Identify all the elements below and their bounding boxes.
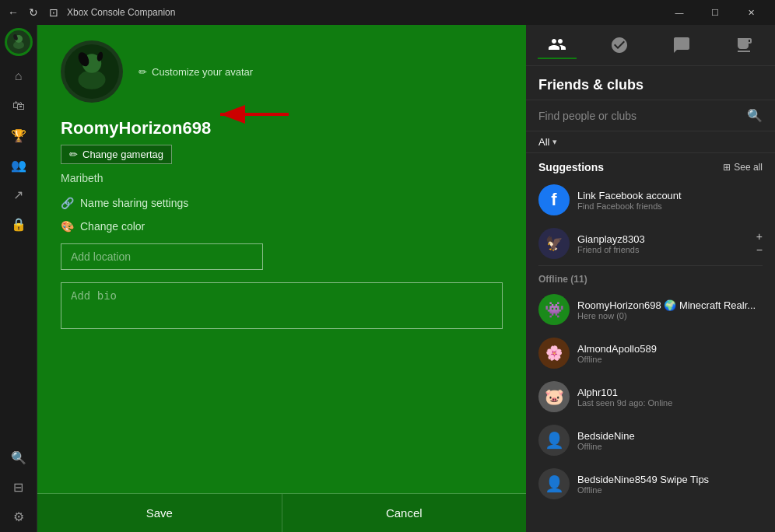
svg-point-5 — [79, 70, 106, 89]
facebook-info: Link Facebook account Find Facebook frie… — [577, 190, 763, 211]
facebook-name: Link Facebook account — [577, 190, 763, 201]
profile-panel: ✏ Customize your avatar RoomyHorizon698 … — [37, 25, 526, 532]
settings-icon[interactable]: ⚙ — [5, 502, 33, 530]
main-layout: ⌂ 🛍 🏆 👥 ↗ 🔒 🔍 ⊟ ⚙ — [0, 25, 775, 532]
back-button[interactable]: ← — [6, 5, 20, 19]
name-sharing-button[interactable]: 🔗 Name sharing settings — [61, 197, 503, 209]
filter-label: All — [538, 136, 549, 148]
sidebar: ⌂ 🛍 🏆 👥 ↗ 🔒 🔍 ⊟ ⚙ — [0, 25, 37, 532]
friends-clubs-title: Friends & clubs — [538, 77, 763, 93]
offline-label: Offline (11) — [538, 274, 587, 285]
bedside8549-info: BedsideNine8549 Swipe Tips Offline — [577, 474, 763, 495]
change-gamertag-button[interactable]: ✏ Change gamertag — [61, 145, 172, 164]
app-title: Xbox Console Companion — [67, 7, 175, 18]
remove-friend-minus[interactable]: − — [756, 243, 763, 257]
offline-friend-roomy[interactable]: 👾 RoomyHorizon698 🌍 Minecraft Realr... H… — [526, 288, 775, 331]
window-controls: — ☐ ✕ — [661, 0, 769, 25]
roomy-name: RoomyHorizon698 🌍 Minecraft Realr... — [577, 299, 763, 311]
offline-friend-almond[interactable]: 🌸 AlmondApollo589 Offline — [526, 331, 775, 375]
party-tab[interactable] — [600, 31, 639, 59]
bio-input[interactable] — [61, 282, 503, 329]
friends-tab[interactable] — [538, 31, 577, 59]
facebook-avatar: f — [538, 184, 570, 215]
right-scroll-area: Suggestions ⊞ See all f Link Facebook ac… — [526, 153, 775, 532]
friends-sidebar-icon[interactable]: 👥 — [5, 151, 33, 179]
profile-top: ✏ Customize your avatar — [61, 40, 503, 103]
trending-icon[interactable]: ↗ — [5, 180, 33, 208]
add-friend-plus[interactable]: + — [756, 230, 763, 243]
filter-row[interactable]: All ▾ — [526, 131, 775, 153]
sidebar-avatar[interactable] — [5, 28, 33, 56]
profile-avatar[interactable] — [61, 40, 123, 103]
search-input[interactable] — [538, 110, 741, 122]
refresh-button[interactable]: ↻ — [26, 5, 40, 19]
customize-label: Customize your avatar — [152, 66, 253, 78]
see-all-label: See all — [734, 162, 763, 173]
change-color-label: Change color — [80, 220, 145, 233]
facebook-status: Find Facebook friends — [577, 201, 763, 211]
devices-icon[interactable]: ⊟ — [5, 473, 33, 501]
minimize-button[interactable]: — — [661, 0, 697, 25]
offline-friend-bedside[interactable]: 👤 BedsideNine Offline — [526, 418, 775, 462]
gamertag-display: RoomyHorizon698 — [61, 118, 503, 138]
cancel-button[interactable]: Cancel — [282, 494, 527, 532]
alphr-avatar: 🐷 — [538, 381, 570, 412]
suggestion-facebook[interactable]: f Link Facebook account Find Facebook fr… — [526, 178, 775, 222]
change-color-button[interactable]: 🎨 Change color — [61, 220, 503, 233]
gianplayz-name: Gianplayz8303 — [577, 233, 749, 245]
friends-clubs-header: Friends & clubs — [526, 66, 775, 100]
titlebar-left: ← ↻ ⊡ Xbox Console Companion — [6, 5, 175, 19]
offline-friend-bedside8549[interactable]: 👤 BedsideNine8549 Swipe Tips Offline — [526, 462, 775, 506]
offline-friend-alphr[interactable]: 🐷 Alphr101 Last seen 9d ago: Online — [526, 375, 775, 418]
roomy-status: Here now (0) — [577, 311, 763, 320]
search-sidebar-icon[interactable]: 🔍 — [5, 443, 33, 471]
bedside8549-status: Offline — [577, 485, 763, 495]
pencil-icon: ✏ — [139, 66, 147, 78]
change-gamertag-label: Change gamertag — [82, 149, 163, 160]
lock-icon[interactable]: 🔒 — [5, 210, 33, 238]
suggestions-title: Suggestions — [538, 161, 604, 173]
offline-header: Offline (11) — [526, 266, 775, 288]
achievements-icon[interactable]: 🏆 — [5, 121, 33, 149]
edit-icon: ✏ — [69, 149, 78, 160]
home-icon[interactable]: ⌂ — [5, 62, 33, 90]
suggestion-gianplayz[interactable]: 🦅 Gianplayz8303 Friend of friends + − — [526, 222, 775, 265]
close-button[interactable]: ✕ — [733, 0, 769, 25]
alphr-name: Alphr101 — [577, 387, 763, 398]
real-name-display: Maribeth — [61, 172, 503, 184]
search-row: 🔍 — [526, 100, 775, 131]
alphr-info: Alphr101 Last seen 9d ago: Online — [577, 387, 763, 408]
bedside8549-name: BedsideNine8549 Swipe Tips — [577, 474, 763, 485]
gianplayz-info: Gianplayz8303 Friend of friends — [577, 233, 749, 254]
activity-tab[interactable] — [724, 31, 763, 59]
almond-avatar: 🌸 — [538, 338, 570, 369]
color-icon: 🎨 — [61, 220, 74, 233]
bedside8549-avatar: 👤 — [538, 468, 570, 499]
almond-info: AlmondApollo589 Offline — [577, 343, 763, 364]
grid-icon: ⊞ — [723, 162, 731, 173]
alphr-status: Last seen 9d ago: Online — [577, 398, 763, 408]
bedside-info: BedsideNine Offline — [577, 430, 763, 451]
customize-avatar-button[interactable]: ✏ Customize your avatar — [139, 66, 253, 78]
window-icon: ⊡ — [47, 5, 61, 19]
gianplayz-status: Friend of friends — [577, 245, 749, 254]
name-sharing-label: Name sharing settings — [80, 197, 188, 209]
maximize-button[interactable]: ☐ — [697, 0, 733, 25]
gianplayz-avatar: 🦅 — [538, 228, 570, 259]
store-icon[interactable]: 🛍 — [5, 92, 33, 120]
link-icon: 🔗 — [61, 197, 74, 209]
save-button[interactable]: Save — [37, 494, 282, 532]
location-input[interactable] — [61, 243, 263, 270]
right-panel: Friends & clubs 🔍 All ▾ Suggestions ⊞ Se… — [526, 25, 775, 532]
see-all-button[interactable]: ⊞ See all — [723, 162, 763, 173]
profile-footer: Save Cancel — [37, 493, 526, 532]
search-icon[interactable]: 🔍 — [747, 108, 763, 123]
bedside-avatar: 👤 — [538, 425, 570, 456]
gianplayz-actions: + − — [756, 230, 763, 257]
almond-name: AlmondApollo589 — [577, 343, 763, 355]
suggestions-header: Suggestions ⊞ See all — [526, 153, 775, 178]
right-tabs — [526, 25, 775, 66]
profile-content: ✏ Customize your avatar RoomyHorizon698 … — [37, 25, 526, 493]
almond-status: Offline — [577, 355, 763, 364]
chat-tab[interactable] — [662, 31, 701, 59]
